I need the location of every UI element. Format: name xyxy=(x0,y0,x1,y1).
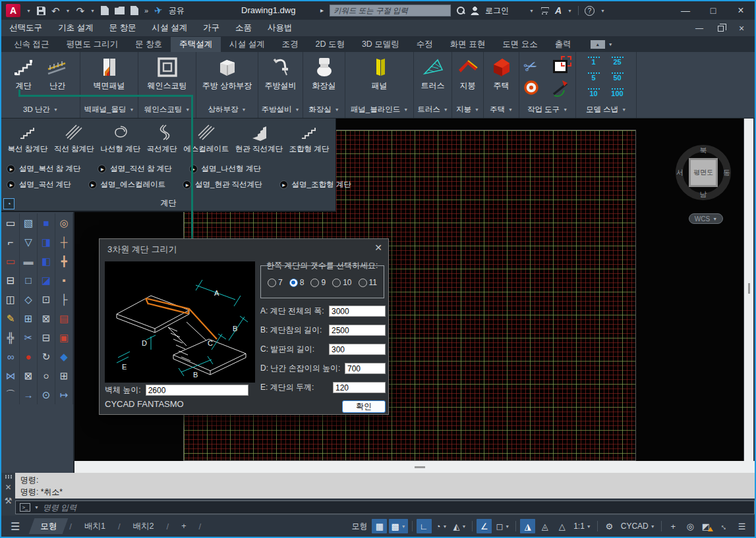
tool-icon-14[interactable]: □ xyxy=(20,271,38,290)
menu-item-4[interactable]: 시설 설계 xyxy=(144,22,194,34)
ribbon-tool-웨인스코팅[interactable]: 웨인스코팅 xyxy=(148,54,187,92)
user-icon[interactable] xyxy=(471,7,479,15)
flyout-description-설명_에스컬레이트[interactable]: ▶설명_에스컬레이트 xyxy=(88,180,165,190)
horizontal-scroll-handle[interactable] xyxy=(415,466,425,468)
viewcube-top-face[interactable]: 평면도 xyxy=(689,158,718,187)
ribbon-tab-출력[interactable]: 출력 xyxy=(546,37,580,52)
workspace-switcher-control[interactable]: CYCAD▼ xyxy=(619,519,657,533)
viewcube[interactable]: 북 남 서 동 평면도 xyxy=(676,145,731,200)
annotation-scale-icon-button[interactable]: △ xyxy=(554,519,569,533)
tool-icon-13[interactable]: ⊟ xyxy=(2,271,20,290)
ribbon-collapse-icon[interactable]: ▲ xyxy=(591,40,605,49)
flyout-description-설명_직선 참 계단[interactable]: ▶설명_직선 참 계단 xyxy=(98,164,171,174)
maximize-button[interactable]: □ xyxy=(699,1,727,20)
tool-icon-34[interactable]: ⊠ xyxy=(20,366,38,385)
annotation-autoscale-button[interactable]: ◬ xyxy=(537,519,552,533)
undo-caret-icon[interactable]: ▼ xyxy=(66,9,71,13)
ribbon-group-footer[interactable]: 화장실▼ xyxy=(303,101,345,118)
help-icon[interactable]: ? xyxy=(585,6,595,16)
measure-tool-icon[interactable] xyxy=(550,78,571,97)
clean-screen-button[interactable]: ↔ xyxy=(717,519,732,533)
snap-value-10[interactable]: 10 xyxy=(584,85,604,101)
command-input[interactable] xyxy=(43,503,750,512)
snap-mode-button[interactable]: ▩▼ xyxy=(389,519,407,533)
tool-icon-7[interactable]: ◨ xyxy=(38,232,55,252)
doc-minimize-button[interactable]: — xyxy=(690,21,709,36)
menu-item-2[interactable]: 기초 설계 xyxy=(50,22,101,34)
field-input-C[interactable] xyxy=(329,344,386,355)
menu-item-1[interactable]: 선택도구 xyxy=(1,22,50,34)
layout-tab-+[interactable]: + xyxy=(171,518,196,534)
target-icon[interactable] xyxy=(521,78,542,97)
vertical-scroll-handle[interactable] xyxy=(748,283,750,294)
redo-icon[interactable]: ↷ xyxy=(76,6,84,16)
stair-count-radio-10[interactable]: 10 xyxy=(332,278,351,287)
tool-icon-10[interactable]: ▬ xyxy=(20,252,38,271)
dialog-close-icon[interactable]: ✕ xyxy=(374,242,382,253)
tool-icon-17[interactable]: ◫ xyxy=(2,290,20,309)
crosshair-plus-button[interactable]: + xyxy=(666,519,681,533)
flyout-item-곡선계단[interactable]: 곡선계단 xyxy=(147,122,177,154)
open-icon[interactable] xyxy=(115,7,125,14)
tool-icon-3[interactable]: ■ xyxy=(38,213,55,232)
model-space-label[interactable]: 모형 xyxy=(351,521,367,532)
tool-icon-4[interactable]: ◎ xyxy=(55,213,73,232)
tool-icon-40[interactable]: ↦ xyxy=(55,385,73,404)
layout-tab-배치1[interactable]: 배치1 xyxy=(74,518,115,534)
wall-height-input[interactable] xyxy=(146,385,248,396)
tool-icon-11[interactable]: ◧ xyxy=(38,252,55,271)
tool-icon-5[interactable]: ⌐ xyxy=(2,232,20,252)
tool-icon-37[interactable]: ⌒ xyxy=(2,385,20,404)
ribbon-group-footer[interactable]: 3D 난간▼ xyxy=(1,101,80,118)
ribbon-tool-난간[interactable]: 난간 xyxy=(45,54,69,92)
polar-tracking-button[interactable]: ◔▼ xyxy=(434,519,450,533)
ribbon-tool-주택[interactable]: 주택 xyxy=(490,54,513,92)
command-caret-icon[interactable]: ▼ xyxy=(34,505,39,510)
login-caret-icon[interactable]: ▼ xyxy=(529,9,534,13)
menu-item-5[interactable]: 가구 xyxy=(195,22,227,34)
ribbon-tab-신속 접근[interactable]: 신속 접근 xyxy=(5,37,57,52)
snap-value-5[interactable]: 5 xyxy=(584,69,604,85)
ribbon-group-footer[interactable]: 주택▼ xyxy=(484,101,519,118)
stair-count-radio-7[interactable]: 7 xyxy=(268,278,283,287)
tool-icon-27[interactable]: ⊟ xyxy=(38,328,55,347)
flyout-item-조합형 계단[interactable]: 조합형 계단 xyxy=(289,122,330,154)
flyout-description-설명_나선형 계단[interactable]: ▶설명_나선형 계단 xyxy=(189,164,261,174)
ribbon-group-footer[interactable]: 패널_블라인드▼ xyxy=(345,101,413,118)
flyout-item-복선 참계단[interactable]: 복선 참계단 xyxy=(8,122,48,154)
tool-icon-23[interactable]: ⊠ xyxy=(38,309,55,328)
tool-icon-6[interactable]: ▽ xyxy=(20,232,38,252)
viewcube-east-label[interactable]: 동 xyxy=(723,168,730,178)
flyout-description-설명_조합형 계단[interactable]: ▶설명_조합형 계단 xyxy=(279,180,351,190)
new-drawing-icon[interactable] xyxy=(131,6,138,15)
tool-icon-26[interactable]: ✂ xyxy=(20,328,38,347)
ribbon-tool-지붕[interactable]: 지붕 xyxy=(456,54,480,92)
stair-count-radio-8[interactable]: 8 xyxy=(289,278,305,287)
apps-caret-icon[interactable]: ▼ xyxy=(567,9,572,13)
command-grip-icon[interactable] xyxy=(5,475,13,479)
ribbon-tab-주택설계[interactable]: 주택설계 xyxy=(171,37,221,52)
snap-value-50[interactable]: 50 xyxy=(606,69,629,85)
tool-icon-33[interactable]: ⋈ xyxy=(2,366,20,385)
tool-icon-9[interactable]: ▭ xyxy=(2,252,20,271)
ribbon-tab-3D 모델링[interactable]: 3D 모델링 xyxy=(353,37,408,52)
menu-item-7[interactable]: 사용법 xyxy=(260,22,301,34)
tool-icon-8[interactable]: ┼ xyxy=(55,232,73,252)
tool-icon-15[interactable]: ◪ xyxy=(38,271,55,290)
command-prompt-icon[interactable]: >_ xyxy=(20,503,30,512)
ribbon-group-footer[interactable]: 상하부장▼ xyxy=(196,101,258,118)
share-label[interactable]: 공유 xyxy=(169,5,185,16)
isolate-objects-button[interactable]: ◎ xyxy=(683,519,698,533)
minimize-button[interactable]: — xyxy=(672,1,699,20)
share-icon[interactable]: ✈ xyxy=(153,4,163,17)
graphics-performance-button[interactable]: ◩ xyxy=(700,519,715,533)
ribbon-group-footer[interactable]: 트러스▼ xyxy=(414,101,451,118)
command-close-icon[interactable]: ✕ xyxy=(5,483,11,492)
close-button[interactable]: × xyxy=(727,1,755,20)
ribbon-tab-시설 설계[interactable]: 시설 설계 xyxy=(221,37,273,52)
ribbon-group-footer[interactable]: 웨인스코팅▼ xyxy=(138,101,196,118)
redo-caret-icon[interactable]: ▼ xyxy=(90,9,95,13)
field-input-E[interactable] xyxy=(333,382,386,393)
tool-icon-29[interactable]: ∞ xyxy=(2,347,20,366)
viewcube-west-label[interactable]: 서 xyxy=(676,168,683,178)
